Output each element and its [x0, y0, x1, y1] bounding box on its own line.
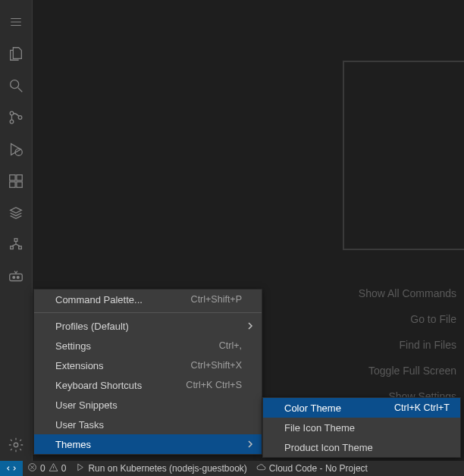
submenu-item-color-theme[interactable]: Color Theme Ctrl+K Ctrl+T [263, 398, 460, 418]
hint-go-to-file: Go to File [359, 306, 456, 332]
menu-item-command-palette[interactable]: Command Palette... Ctrl+Shift+P [34, 290, 262, 309]
chevron-right-icon [246, 440, 254, 448]
menu-accelerator: Ctrl+K Ctrl+T [394, 402, 450, 413]
svg-rect-8 [17, 182, 22, 187]
debug-icon [75, 462, 85, 474]
kubernetes-icon[interactable] [0, 229, 32, 261]
menu-label: Product Icon Theme [284, 442, 450, 453]
svg-point-3 [18, 116, 22, 120]
search-icon[interactable] [0, 70, 32, 102]
svg-point-1 [10, 111, 14, 115]
svg-point-2 [10, 120, 14, 124]
source-control-icon[interactable] [0, 102, 32, 133]
menu-accelerator: Ctrl+, [219, 340, 242, 351]
settings-gear-icon[interactable] [0, 429, 32, 461]
menu-label: Keyboard Shortcuts [55, 380, 186, 391]
run-debug-icon[interactable] [0, 133, 32, 165]
menu-label: Command Palette... [55, 294, 191, 305]
error-count: 0 [40, 463, 45, 474]
status-bar: 0 0 Run on Kubernetes (nodejs-guestbook)… [0, 461, 464, 476]
menu-label: Extensions [55, 360, 191, 371]
menu-item-user-snippets[interactable]: User Snippets [34, 395, 262, 415]
submenu-item-file-icon-theme[interactable]: File Icon Theme [263, 418, 460, 437]
watermark-logo [343, 61, 464, 250]
menu-item-themes[interactable]: Themes [34, 434, 262, 454]
explorer-icon[interactable] [0, 38, 32, 70]
menu-label: Color Theme [284, 402, 394, 414]
hint-show-commands: Show All Commands [359, 280, 456, 306]
menu-item-extensions[interactable]: Extensions Ctrl+Shift+X [34, 355, 262, 375]
menu-label: User Snippets [55, 399, 242, 411]
status-cloud-code[interactable]: Cloud Code - No Project [252, 461, 372, 476]
menu-separator [34, 312, 262, 313]
chevron-right-icon [246, 322, 254, 330]
submenu-item-product-icon-theme[interactable]: Product Icon Theme [263, 437, 460, 457]
svg-rect-11 [19, 246, 22, 249]
hint-toggle-fullscreen: Toggle Full Screen [359, 358, 456, 384]
menu-accelerator: Ctrl+Shift+X [191, 360, 242, 371]
svg-rect-5 [10, 175, 15, 180]
menu-item-keyboard-shortcuts[interactable]: Keyboard Shortcuts Ctrl+K Ctrl+S [34, 375, 262, 395]
hint-find-in-files: Find in Files [359, 332, 456, 358]
manage-context-menu: Command Palette... Ctrl+Shift+P Profiles… [33, 289, 262, 455]
menu-accelerator: Ctrl+Shift+P [191, 294, 242, 305]
menu-item-settings[interactable]: Settings Ctrl+, [34, 336, 262, 355]
error-icon [27, 462, 37, 474]
menu-icon[interactable] [0, 6, 32, 38]
menu-label: File Icon Theme [284, 422, 450, 434]
menu-label: Settings [55, 340, 219, 352]
menu-accelerator: Ctrl+K Ctrl+S [186, 380, 242, 390]
svg-rect-10 [11, 246, 14, 249]
menu-label: Profiles (Default) [55, 321, 242, 332]
svg-rect-9 [14, 239, 17, 242]
extensions-icon[interactable] [0, 165, 32, 197]
copilot-icon[interactable] [0, 261, 32, 293]
cloud-code-icon[interactable] [0, 197, 32, 229]
warning-icon [49, 462, 58, 474]
welcome-hints: Show All Commands Go to File Find in Fil… [359, 280, 456, 409]
themes-submenu: Color Theme Ctrl+K Ctrl+T File Icon Them… [262, 397, 461, 458]
cloud-icon [256, 462, 266, 474]
status-problems[interactable]: 0 0 [23, 461, 71, 476]
menu-item-user-tasks[interactable]: User Tasks [34, 415, 262, 434]
run-label: Run on Kubernetes (nodejs-guestbook) [88, 463, 246, 474]
svg-rect-12 [10, 274, 23, 280]
svg-rect-7 [10, 182, 15, 187]
activity-bar [0, 0, 32, 461]
menu-item-profiles[interactable]: Profiles (Default) [34, 316, 262, 336]
svg-rect-6 [17, 175, 22, 180]
cloud-label: Cloud Code - No Project [269, 463, 368, 474]
status-run-kubernetes[interactable]: Run on Kubernetes (nodejs-guestbook) [71, 461, 251, 476]
svg-point-14 [17, 277, 19, 279]
warning-count: 0 [61, 463, 67, 474]
svg-point-0 [11, 80, 19, 89]
menu-label: User Tasks [55, 419, 242, 431]
menu-label: Themes [55, 439, 242, 450]
svg-point-13 [13, 277, 15, 279]
svg-point-15 [14, 443, 18, 447]
app-root: Show All Commands Go to File Find in Fil… [0, 0, 464, 476]
remote-indicator[interactable] [0, 461, 23, 476]
